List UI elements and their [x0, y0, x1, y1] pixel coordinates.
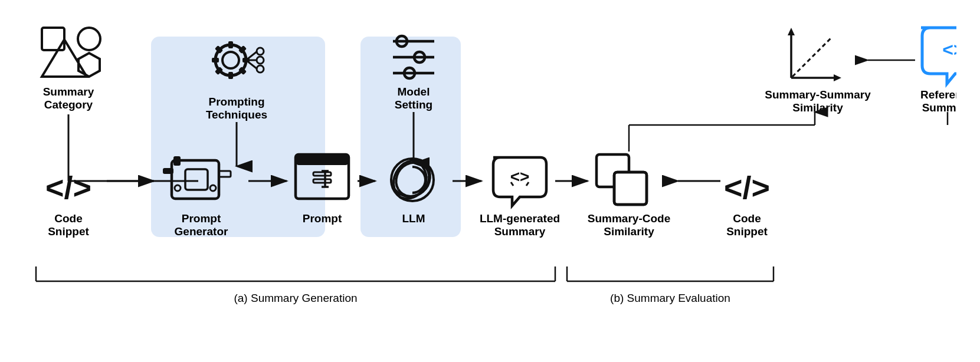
svg-text:Category: Category: [44, 98, 93, 111]
svg-text:Code: Code: [54, 212, 83, 225]
svg-text:Summary-Summary: Summary-Summary: [765, 88, 871, 101]
svg-text:</>: </>: [723, 170, 769, 205]
svg-rect-44: [173, 156, 181, 166]
svg-point-3: [78, 28, 100, 50]
svg-text:Similarity: Similarity: [604, 225, 654, 238]
svg-marker-81: [834, 74, 841, 81]
svg-rect-43: [163, 168, 173, 174]
svg-text:Summary: Summary: [922, 101, 956, 114]
svg-text:Model: Model: [397, 85, 430, 98]
svg-text:Generator: Generator: [174, 225, 228, 238]
svg-text:Summary-Code: Summary-Code: [587, 212, 670, 225]
svg-rect-70: [614, 172, 647, 205]
main-diagram-svg: Summary Category: [24, 13, 956, 349]
svg-text:<>: <>: [942, 39, 956, 60]
svg-text:LLM-generated: LLM-generated: [479, 212, 559, 225]
svg-text:Techniques: Techniques: [205, 108, 267, 121]
svg-text:Summary: Summary: [42, 85, 94, 98]
svg-line-82: [792, 38, 831, 77]
svg-rect-0: [151, 37, 325, 237]
svg-text:Prompt: Prompt: [181, 212, 221, 225]
svg-rect-12: [228, 41, 233, 48]
svg-marker-80: [788, 28, 795, 35]
svg-rect-53: [296, 154, 349, 165]
svg-text:Setting: Setting: [394, 98, 432, 111]
svg-text:Snippet: Snippet: [726, 225, 768, 238]
svg-text:</>: </>: [45, 170, 91, 205]
diagram-container: Summary Category: [24, 13, 956, 349]
svg-text:Similarity: Similarity: [792, 101, 843, 114]
svg-text:Summary: Summary: [494, 225, 545, 238]
svg-text:Reference: Reference: [920, 88, 956, 101]
svg-marker-5: [78, 53, 100, 77]
svg-text:<>: <>: [510, 167, 529, 186]
svg-rect-13: [228, 72, 233, 79]
svg-text:Prompting: Prompting: [208, 96, 264, 108]
section-a-label: (a) Summary Generation: [234, 292, 357, 304]
section-b-label: (b) Summary Evaluation: [610, 292, 730, 304]
svg-rect-14: [212, 58, 219, 62]
svg-text:Prompt: Prompt: [302, 212, 342, 225]
svg-text:LLM: LLM: [402, 212, 425, 225]
svg-text:Snippet: Snippet: [48, 225, 89, 238]
svg-text:Code: Code: [733, 212, 761, 225]
